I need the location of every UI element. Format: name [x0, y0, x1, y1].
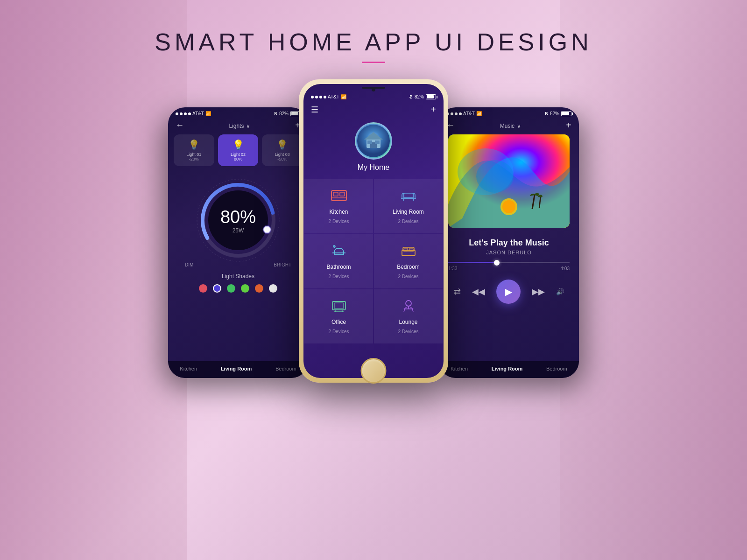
home-hero: My Home: [303, 118, 444, 179]
light-name-0: Light 01: [177, 152, 211, 157]
room-bedroom[interactable]: Bedroom 2 Devices: [374, 234, 443, 288]
dial-center: 80% 25W: [220, 207, 256, 234]
light-card-2[interactable]: 💡 Light 03 -50%: [262, 134, 303, 166]
rdot3: [455, 112, 458, 115]
music-nav: ← Music ∨ +: [439, 118, 579, 134]
progress-area: 1:33 4:03: [439, 258, 579, 275]
left-nav-kitchen[interactable]: Kitchen: [180, 366, 197, 371]
music-title-text: Music: [500, 123, 514, 129]
prev-button[interactable]: ◀◀: [472, 287, 485, 297]
kitchen-name: Kitchen: [329, 209, 348, 215]
battery-fill: [291, 112, 298, 115]
home-image: [357, 125, 390, 157]
play-button[interactable]: ▶: [496, 280, 521, 304]
svg-point-40: [476, 160, 514, 193]
light-shades-label: Light Shades: [168, 273, 308, 280]
shuffle-button[interactable]: ⇄: [454, 287, 461, 297]
cdot4: [324, 96, 326, 98]
cdot3: [319, 96, 322, 98]
color-green1[interactable]: [227, 284, 235, 293]
music-add-button[interactable]: +: [566, 120, 571, 131]
svg-rect-10: [375, 140, 380, 144]
bedroom-icon: [400, 244, 417, 260]
right-battery-fill: [562, 112, 569, 115]
light-card-1[interactable]: 💡 Light 02 80%: [218, 134, 259, 166]
center-signal: AT&T 📶: [311, 94, 346, 99]
left-back-button[interactable]: ←: [176, 120, 184, 130]
room-office[interactable]: Office 2 Devices: [304, 289, 373, 343]
color-white[interactable]: [269, 284, 277, 293]
light-card-0[interactable]: 💡 Light 01 -20%: [174, 134, 214, 166]
song-info: Let's Play the Music JASON DERULO: [439, 232, 579, 258]
left-nav-title: Lights ∨: [229, 121, 250, 130]
next-button[interactable]: ▶▶: [532, 287, 545, 297]
bedroom-name: Bedroom: [397, 264, 420, 270]
dot2: [180, 112, 183, 115]
room-lounge[interactable]: Lounge 2 Devices: [374, 289, 443, 343]
rooms-grid: Kitchen 2 Devices: [303, 179, 444, 343]
light-cards: 💡 Light 01 -20% 💡 Light 02 80% 💡 Light 0…: [168, 134, 308, 166]
color-green2[interactable]: [241, 284, 249, 293]
room-kitchen[interactable]: Kitchen 2 Devices: [304, 179, 373, 233]
office-name: Office: [331, 319, 346, 325]
right-nav-bedroom[interactable]: Bedroom: [546, 366, 567, 371]
left-bottom-nav: Kitchen Living Room Bedroom: [168, 361, 308, 378]
home-button[interactable]: [361, 358, 387, 384]
center-status-right: Ƀ 82%: [409, 94, 436, 99]
hamburger-menu[interactable]: ☰: [311, 105, 318, 115]
progress-times: 1:33 4:03: [448, 266, 570, 271]
right-battery: [561, 111, 571, 116]
color-purple[interactable]: [213, 284, 221, 293]
cdot2: [315, 96, 318, 98]
light-pct-1: 80%: [222, 157, 255, 161]
dial-area[interactable]: 80% 25W: [168, 174, 308, 267]
page-title: SMART HOME APP UI DESIGN: [0, 28, 747, 56]
living-icon: [400, 189, 417, 205]
left-nav-bedroom[interactable]: Bedroom: [275, 366, 296, 371]
svg-line-35: [412, 309, 413, 312]
right-nav-kitchen[interactable]: Kitchen: [451, 366, 468, 371]
svg-point-4: [263, 226, 271, 233]
center-add-button[interactable]: +: [430, 104, 436, 115]
svg-line-18: [413, 199, 414, 201]
right-nav-living[interactable]: Living Room: [492, 366, 523, 371]
left-status-bar: AT&T 📶 Ƀ 82%: [168, 107, 308, 118]
current-time: 1:33: [448, 266, 457, 271]
right-phone: AT&T 📶 Ƀ 82% ← Music ∨ +: [439, 107, 579, 378]
center-carrier: AT&T: [328, 94, 339, 99]
volume-button[interactable]: 🔊: [556, 288, 564, 295]
svg-point-44: [502, 200, 515, 213]
color-orange[interactable]: [255, 284, 263, 293]
color-red[interactable]: [199, 284, 207, 293]
title-underline: [362, 62, 385, 63]
center-phone-wrapper: AT&T 📶 Ƀ 82% ☰ +: [299, 79, 448, 383]
music-controls: ⇄ ◀◀ ▶ ▶▶ 🔊: [439, 275, 579, 308]
music-dropdown-icon[interactable]: ∨: [517, 123, 521, 129]
office-icon: [331, 299, 347, 315]
center-battery: [426, 94, 436, 99]
svg-line-17: [403, 199, 404, 201]
kitchen-icon: [331, 189, 347, 205]
center-status-bar: AT&T 📶 Ƀ 82%: [303, 91, 444, 101]
center-top-bar: ☰ +: [303, 101, 444, 118]
right-wifi-icon: 📶: [476, 111, 482, 116]
right-bluetooth: Ƀ: [545, 111, 548, 116]
room-bathroom[interactable]: Bathroom 2 Devices: [304, 234, 373, 288]
bathroom-devices: 2 Devices: [329, 274, 349, 279]
bathroom-name: Bathroom: [326, 264, 351, 270]
room-living[interactable]: Living Room 2 Devices: [374, 179, 443, 233]
svg-rect-27: [334, 303, 344, 308]
home-name: My Home: [358, 163, 389, 172]
dropdown-icon[interactable]: ∨: [246, 123, 250, 129]
svg-line-34: [404, 309, 405, 312]
svg-rect-15: [404, 193, 413, 198]
left-nav-living[interactable]: Living Room: [221, 366, 252, 371]
progress-dot: [494, 260, 500, 266]
center-bluetooth: Ƀ: [409, 94, 413, 99]
progress-bar-bg[interactable]: [448, 262, 570, 263]
phones-area: AT&T 📶 Ƀ 82% ← Lights ∨ + 💡: [0, 79, 747, 383]
svg-rect-25: [409, 248, 413, 251]
living-devices: 2 Devices: [398, 219, 419, 224]
dot3: [184, 112, 187, 115]
right-status-bar: AT&T 📶 Ƀ 82%: [439, 107, 579, 118]
